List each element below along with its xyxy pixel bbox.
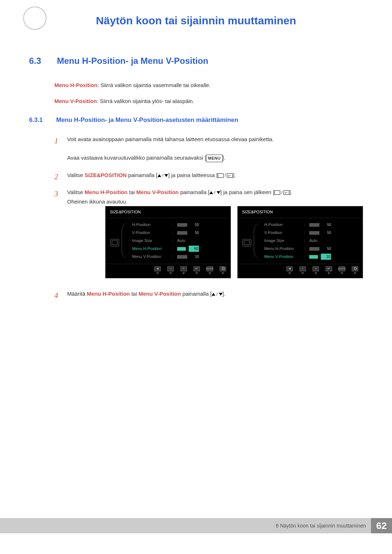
osd-title: SIZE&POSITION bbox=[238, 206, 363, 218]
osd-item-label: V-Position bbox=[132, 229, 172, 236]
intro-v-position: Menu V-Position: Siirrä valikon sijainti… bbox=[54, 97, 363, 106]
osd-item-value: 50 bbox=[322, 246, 331, 252]
step-1: 1 Voit avata avainoppaan painamalla mitä… bbox=[54, 135, 363, 163]
subsection-title-text: Menu H-Position- ja Menu V-Position-aset… bbox=[56, 116, 238, 123]
osd-item: Menu V-Position:10 bbox=[264, 253, 331, 261]
osd-slider bbox=[309, 223, 319, 227]
osd-item-label: Menu H-Position bbox=[132, 245, 172, 252]
osd-item: Menu V-Position:10 bbox=[132, 253, 199, 261]
osd-footer-button: AUTO bbox=[207, 266, 213, 274]
chapter-badge-icon bbox=[23, 7, 46, 30]
step-number: 4 bbox=[54, 289, 58, 301]
osd-slider bbox=[177, 231, 187, 235]
page-footer: 6 Näytön koon tai sijainnin muuttaminen … bbox=[0, 518, 392, 533]
section-number: 6.3 bbox=[29, 56, 54, 66]
osd-item-value: Auto bbox=[177, 237, 199, 244]
up-down-icon: / bbox=[158, 172, 168, 179]
osd-item-value: 50 bbox=[322, 230, 331, 236]
osd-item-value: 50 bbox=[190, 230, 199, 236]
osd-item: Image Size:Auto bbox=[132, 237, 199, 245]
osd-item-value: 50 bbox=[189, 246, 199, 252]
osd-footer-button: ↵ bbox=[326, 266, 332, 274]
osd-footer-button: ↵ bbox=[193, 266, 200, 274]
osd-footer: ◄−+↵AUTO⏻ bbox=[106, 264, 230, 278]
osd-slider bbox=[177, 255, 187, 259]
osd-item-label: Menu V-Position bbox=[132, 253, 172, 260]
osd-footer-button: ⏻ bbox=[220, 266, 226, 274]
osd-category-icon bbox=[242, 239, 251, 246]
osd-footer-button: + bbox=[180, 266, 187, 274]
osd-footer-button: − bbox=[299, 266, 306, 274]
osd-slider bbox=[309, 255, 318, 259]
osd-item: Image Size:Auto bbox=[264, 237, 331, 245]
osd-item-value: 10 bbox=[321, 254, 331, 260]
osd-item-value: 50 bbox=[190, 222, 199, 228]
osd-item-value: 50 bbox=[322, 222, 331, 228]
intro-h-label: Menu H-Position bbox=[54, 82, 97, 88]
osd-slider bbox=[309, 231, 319, 235]
up-down-icon: / bbox=[209, 189, 220, 196]
osd-item-value: Auto bbox=[309, 237, 331, 244]
osd-item: Menu H-Position:50 bbox=[264, 245, 331, 253]
osd-item: H-Position:50 bbox=[132, 221, 199, 229]
osd-footer: ◄−+↵AUTO⏻ bbox=[238, 264, 363, 278]
up-down-icon: / bbox=[212, 291, 222, 298]
section-heading: 6.3 Menu H-Position- ja Menu V-Position bbox=[29, 56, 363, 66]
step-3: 3 Valitse Menu H-Position tai Menu V-Pos… bbox=[54, 188, 363, 278]
step-number: 2 bbox=[54, 171, 58, 183]
osd-footer-button: ◄ bbox=[154, 266, 161, 274]
step-2: 2 Valitse SIZE&POSITION painamalla [/] j… bbox=[54, 171, 363, 180]
osd-footer-button: ⏻ bbox=[352, 266, 358, 274]
source-enter-icon: / bbox=[274, 189, 289, 196]
osd-footer-button: + bbox=[313, 266, 319, 274]
osd-footer-button: − bbox=[167, 266, 174, 274]
osd-item-label: H-Position bbox=[132, 221, 172, 228]
osd-item-label: Menu H-Position bbox=[264, 245, 304, 252]
osd-item-label: V-Position bbox=[264, 229, 304, 236]
source-enter-icon: / bbox=[218, 172, 233, 179]
step-number: 3 bbox=[54, 188, 58, 200]
osd-item: H-Position:50 bbox=[264, 221, 331, 229]
section-title-text: Menu H-Position- ja Menu V-Position bbox=[57, 56, 208, 66]
osd-item-label: Menu V-Position bbox=[264, 253, 304, 260]
osd-panel-right: SIZE&POSITIONH-Position:50V-Position:50I… bbox=[237, 206, 363, 278]
osd-item: V-Position:50 bbox=[132, 229, 199, 237]
osd-category-icon bbox=[110, 239, 119, 246]
osd-slider bbox=[309, 247, 319, 251]
intro-h-position: Menu H-Position: Siirrä valikon sijainti… bbox=[54, 81, 363, 90]
osd-title: SIZE&POSITION bbox=[106, 206, 230, 218]
footer-text: 6 Näytön koon tai sijainnin muuttaminen bbox=[276, 518, 371, 533]
subsection-heading: 6.3.1 Menu H-Position- ja Menu V-Positio… bbox=[29, 116, 363, 124]
osd-item: V-Position:50 bbox=[264, 229, 331, 237]
osd-item: Menu H-Position:50 bbox=[132, 245, 199, 253]
osd-item-value: 10 bbox=[190, 254, 199, 260]
osd-slider bbox=[177, 247, 186, 251]
osd-slider bbox=[177, 223, 187, 227]
osd-panel-left: SIZE&POSITIONH-Position:50V-Position:50I… bbox=[105, 206, 231, 278]
step-4: 4 Määritä Menu H-Position tai Menu V-Pos… bbox=[54, 289, 363, 299]
osd-item-label: Image Size bbox=[264, 237, 304, 244]
osd-footer-button: ◄ bbox=[286, 266, 293, 274]
subsection-number: 6.3.1 bbox=[29, 116, 54, 124]
page-number: 62 bbox=[371, 518, 392, 533]
menu-key-icon: MENU bbox=[206, 155, 222, 162]
osd-footer-button: AUTO bbox=[339, 266, 345, 274]
intro-v-label: Menu V-Position bbox=[54, 98, 97, 104]
osd-item-label: Image Size bbox=[132, 237, 172, 244]
chapter-title: Näytön koon tai sijainnin muuttaminen bbox=[29, 15, 363, 27]
step-number: 1 bbox=[54, 135, 58, 147]
osd-item-label: H-Position bbox=[264, 221, 304, 228]
